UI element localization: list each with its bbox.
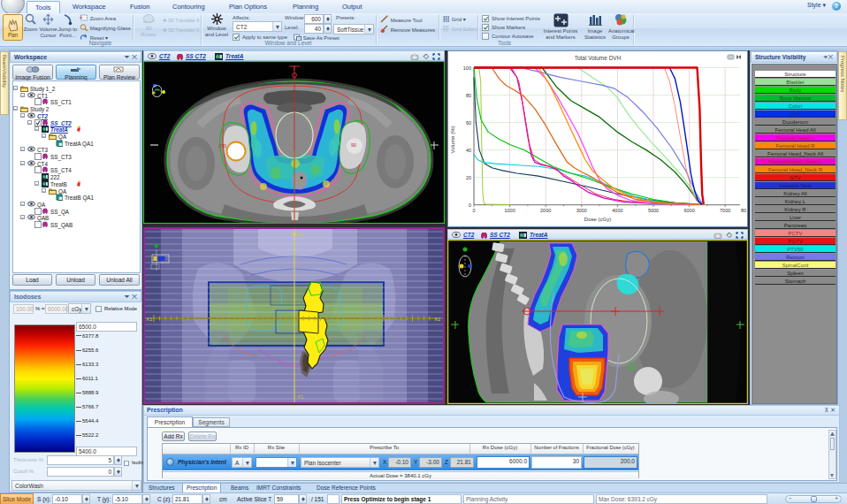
svg-text:Y1: Y1 — [297, 394, 304, 400]
svg-text:0: 0 — [469, 202, 471, 208]
svg-text:5000: 5000 — [648, 208, 659, 213]
svg-text:80: 80 — [741, 208, 746, 213]
svg-text:Volume (%): Volume (%) — [450, 126, 455, 153]
svg-text:60: 60 — [466, 120, 471, 126]
svg-text:1000: 1000 — [504, 208, 515, 213]
svg-text:2000: 2000 — [540, 208, 551, 213]
svg-text:270: 270 — [218, 143, 226, 149]
svg-text:Dose (cGy): Dose (cGy) — [584, 217, 611, 222]
svg-text:Y2: Y2 — [297, 233, 304, 239]
svg-text:4000: 4000 — [612, 208, 622, 213]
svg-text:X2: X2 — [434, 317, 441, 322]
svg-text:6000: 6000 — [683, 208, 694, 213]
svg-text:7000: 7000 — [720, 208, 730, 213]
svg-text:X1: X1 — [146, 317, 153, 322]
svg-text:20: 20 — [466, 175, 471, 180]
svg-text:90: 90 — [351, 142, 356, 148]
svg-text:Pan: Pan — [8, 32, 19, 38]
svg-text:80: 80 — [466, 93, 471, 98]
svg-text:0: 0 — [472, 208, 475, 213]
svg-text:Total Volume DVH: Total Volume DVH — [575, 55, 622, 61]
svg-text:100: 100 — [463, 65, 471, 71]
svg-text:3000: 3000 — [576, 208, 587, 213]
svg-text:40: 40 — [466, 148, 471, 153]
